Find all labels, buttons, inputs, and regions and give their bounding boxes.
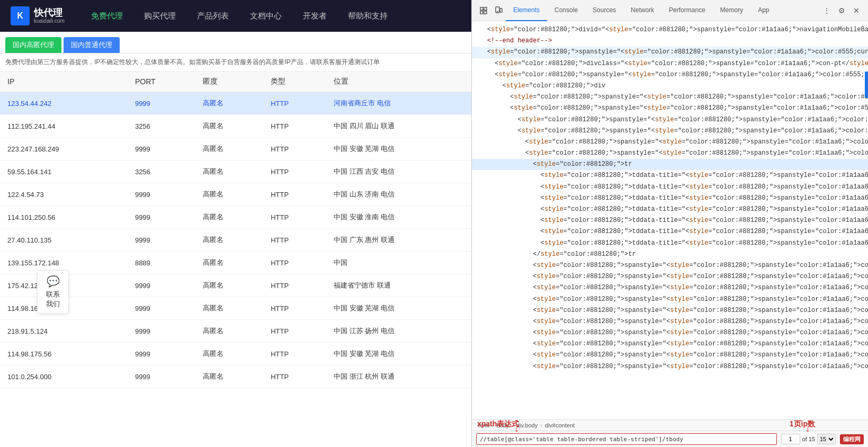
cell-type: HTTP [263, 343, 326, 365]
cell-port: 9999 [128, 206, 195, 229]
chat-icon: 💬 [44, 275, 62, 288]
nav-link-docs[interactable]: 文档中心 [239, 0, 292, 32]
table-row[interactable]: 218.91.5.124 9999 高匿名 HTTP 中国 江苏 扬州 电信 [0, 320, 471, 343]
settings-icon[interactable]: ⚙ [834, 3, 849, 18]
nav-link-buy[interactable]: 购买代理 [133, 0, 186, 32]
page-counter: of 15 15 30 [781, 434, 836, 444]
table-row[interactable]: 114.98.175.56 9999 高匿名 HTTP 中国 安徽 芜湖 电信 [0, 343, 471, 365]
dom-line[interactable]: <style="color:#881280;">spanstyle="<styl… [472, 126, 868, 137]
dom-line[interactable]: <style="color:#881280;">tddata-title="<s… [472, 182, 868, 193]
dom-line[interactable]: <style="color:#881280;">spanstyle="<styl… [472, 271, 868, 282]
cell-ip: 112.195.241.44 [0, 115, 128, 138]
nav-link-help[interactable]: 帮助和支持 [337, 0, 398, 32]
dom-line[interactable]: <style="color:#881280;">spanstyle="<styl… [472, 361, 868, 372]
dom-line[interactable]: <style="color:#881280;">spanstyle="<styl… [472, 103, 868, 114]
dom-line[interactable]: <style="color:#881280;">spanstyle="<styl… [472, 305, 868, 316]
dom-line[interactable]: <style="color:#881280;">spanstyle="<styl… [472, 294, 868, 305]
dom-line[interactable]: </style="color:#881280;">tr [472, 249, 868, 260]
close-icon[interactable]: ✕ [849, 3, 864, 18]
cell-type: HTTP [263, 115, 326, 138]
cell-type: HTTP [263, 229, 326, 252]
dom-line[interactable]: <style="color:#881280;">spanstyle="<styl… [472, 92, 868, 103]
cell-port: 3256 [128, 160, 195, 183]
table-row[interactable]: 27.40.110.135 9999 高匿名 HTTP 中国 广东 惠州 联通 [0, 229, 471, 252]
devtools-header: Elements Console Sources Network Perform… [472, 0, 868, 21]
dom-line[interactable]: <style="color:#881280;">tddata-title="<s… [472, 226, 868, 237]
dom-line[interactable]: <style="color:#881280;">spanstyle="<styl… [472, 137, 868, 148]
contact-button[interactable]: 💬 联系我们 [37, 270, 69, 314]
dom-line[interactable]: <style="color:#881280;">spanstyle="<styl… [472, 260, 868, 271]
dom-line[interactable]: <style="color:#881280;">tddata-title="<s… [472, 238, 868, 249]
tab-sources[interactable]: Sources [585, 0, 623, 21]
device-icon[interactable] [491, 3, 506, 18]
proxy-table-body: 123.54.44.242 9999 高匿名 HTTP 河南省商丘市 电信 11… [0, 92, 471, 388]
dom-line[interactable]: <!--end header--> [472, 35, 868, 47]
table-row[interactable]: 101.0.254.000 9999 高匿名 HTTP 中国 浙江 杭州 联通 [0, 365, 471, 388]
tab-console[interactable]: Console [547, 0, 585, 21]
cell-location: 中国 山东 济南 电信 [326, 183, 471, 206]
tab-domestic-high[interactable]: 国内高匿代理 [5, 37, 61, 53]
nav-link-products[interactable]: 产品列表 [186, 0, 239, 32]
nav-link-free[interactable]: 免费代理 [80, 0, 133, 32]
table-row[interactable]: 114.98.161.131 9999 高匿名 HTTP 中国 安徽 芜湖 电信 [0, 297, 471, 320]
nav-logo[interactable]: K 快代理 kuaidaili.com [11, 6, 65, 25]
cell-anonymity: 高匿名 [195, 183, 263, 206]
page-current[interactable] [781, 434, 800, 444]
dom-line[interactable]: <style="color:#881280;">spanstyle="<styl… [472, 316, 868, 327]
cell-ip: 114.98.175.56 [0, 343, 128, 365]
breadcrumb-divcontent[interactable]: div#content [543, 422, 577, 429]
cell-location: 中国 [326, 252, 471, 274]
inspect-icon[interactable] [476, 3, 491, 18]
dom-line[interactable]: <style="color:#881280;">spanstyle="<styl… [472, 69, 868, 81]
tab-network[interactable]: Network [623, 0, 661, 21]
devtools-bottom: html › body › div.body › div#content xpa… [472, 419, 868, 447]
table-row[interactable]: 175.42.122.43 9999 高匿名 HTTP 福建省宁德市 联通 [0, 274, 471, 297]
dom-line[interactable]: <style="color:#881280;">spanstyle="<styl… [472, 114, 868, 126]
dom-line[interactable]: <style="color:#881280;">spanstyle="<styl… [472, 47, 868, 58]
annotation-pagecount: 1页ip数 ↓ [790, 419, 815, 429]
svg-rect-2 [480, 11, 483, 14]
dom-line[interactable]: <style="color:#881280;">tddata-title="<s… [472, 193, 868, 204]
bj-logo: 编程网 [840, 434, 864, 444]
table-row[interactable]: 223.247.168.249 9999 高匿名 HTTP 中国 安徽 芜湖 电… [0, 138, 471, 160]
cell-port: 9999 [128, 229, 195, 252]
more-icon[interactable]: ⋮ [819, 3, 834, 18]
cell-type: HTTP [263, 274, 326, 297]
table-row[interactable]: 112.195.241.44 3256 高匿名 HTTP 中国 四川 眉山 联通 [0, 115, 471, 138]
dom-line[interactable]: <style="color:#881280;">tr [472, 159, 868, 170]
table-row[interactable]: 122.4.54.73 9999 高匿名 HTTP 中国 山东 济南 电信 [0, 183, 471, 206]
table-row[interactable]: 59.55.164.141 3256 高匿名 HTTP 中国 江西 吉安 电信 [0, 160, 471, 183]
dom-line[interactable]: <style="color:#881280;">tddata-title="<s… [472, 204, 868, 215]
tab-domestic-normal[interactable]: 国内普通代理 [64, 37, 120, 53]
dom-line[interactable]: <style="color:#881280;">spanstyle="<styl… [472, 282, 868, 293]
cell-ip: 114.101.250.56 [0, 206, 128, 229]
devtools-body: <style="color:#881280;">divid="<style="c… [472, 21, 868, 419]
tab-performance[interactable]: Performance [661, 0, 713, 21]
cell-ip: 59.55.164.141 [0, 160, 128, 183]
dom-line[interactable]: <style="color:#881280;">spanstyle="<styl… [472, 338, 868, 350]
dom-line[interactable]: <style="color:#881280;">spanstyle="<styl… [472, 327, 868, 338]
table-row[interactable]: 123.54.44.242 9999 高匿名 HTTP 河南省商丘市 电信 [0, 92, 471, 115]
dom-line[interactable]: <style="color:#881280;">spanstyle="<styl… [472, 148, 868, 159]
dom-tree[interactable]: <style="color:#881280;">divid="<style="c… [472, 21, 868, 419]
dom-line[interactable]: <style="color:#881280;">tddata-title="<s… [472, 170, 868, 181]
tab-elements[interactable]: Elements [506, 0, 547, 21]
website-panel: K 快代理 kuaidaili.com 免费代理 购买代理 产品列表 文档中心 … [0, 0, 471, 447]
cell-type: HTTP [263, 297, 326, 320]
table-row[interactable]: 139.155.172.148 8889 高匿名 HTTP 中国 [0, 252, 471, 274]
table-row[interactable]: 114.101.250.56 9999 高匿名 HTTP 中国 安徽 淮南 电信 [0, 206, 471, 229]
xpath-input[interactable] [476, 433, 777, 445]
cell-type: HTTP [263, 252, 326, 274]
cell-ip: 122.4.54.73 [0, 183, 128, 206]
cell-location: 中国 安徽 芜湖 电信 [326, 297, 471, 320]
dom-line[interactable]: <style="color:#881280;">divid="<style="c… [472, 24, 868, 35]
nav-link-dev[interactable]: 开发者 [292, 0, 337, 32]
tab-app[interactable]: App [750, 0, 776, 21]
dom-line[interactable]: <style="color:#881280;">divclass="<style… [472, 58, 868, 69]
dom-line[interactable]: <style="color:#881280;">spanstyle="<styl… [472, 350, 868, 361]
dom-line[interactable]: <style="color:#881280;">tddata-title="<s… [472, 215, 868, 226]
cell-ip: 223.247.168.249 [0, 138, 128, 160]
tab-memory[interactable]: Memory [713, 0, 750, 21]
page-select[interactable]: 15 30 [817, 434, 836, 444]
dom-line[interactable]: <style="color:#881280;">div [472, 81, 868, 92]
